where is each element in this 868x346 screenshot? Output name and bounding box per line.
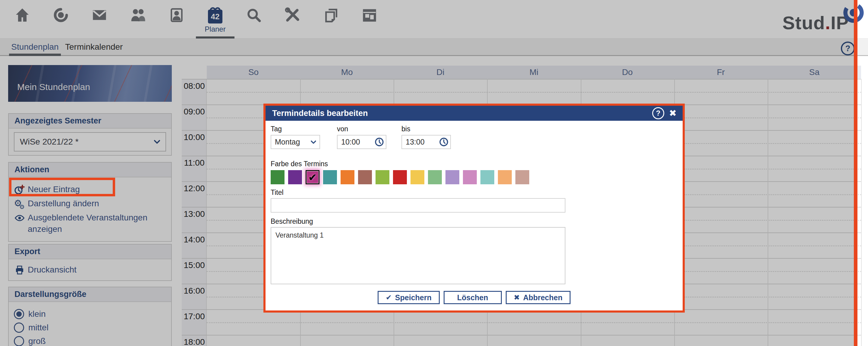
von-label: von [337,125,386,133]
color-swatch-11[interactable] [463,170,477,184]
dialog-title-bar: Termindetails bearbeiten ? ✖ [266,106,683,121]
button-label: Speichern [395,293,432,302]
selected-check-icon: ✔ [308,171,317,183]
color-swatch-4[interactable] [341,170,354,184]
color-swatch-10[interactable] [445,170,459,184]
color-swatch-5[interactable] [358,170,372,184]
dialog-close-icon[interactable]: ✖ [669,109,677,118]
chevron-down-icon [310,139,317,146]
loeschen-button[interactable]: Löschen [444,291,502,304]
termindetails-dialog: Termindetails bearbeiten ? ✖ Tag Montag … [264,104,685,313]
color-swatch-14[interactable] [516,170,529,184]
studip-page: 42 Planer [0,0,868,346]
tag-label: Tag [271,125,320,133]
color-swatch-9[interactable] [428,170,442,184]
color-swatch-2[interactable]: ✔ [306,170,319,184]
column-border [861,79,862,346]
titel-input[interactable] [271,198,565,213]
color-swatch-13[interactable] [498,170,512,184]
speichern-button[interactable]: ✔ Speichern [378,291,440,304]
dialog-button-row: ✔ Speichern Löschen ✖ Abbrechen [271,291,678,304]
clock-icon[interactable] [375,137,384,147]
check-icon: ✔ [386,293,392,302]
button-label: Abbrechen [523,293,563,302]
color-swatch-row: ✔ [271,170,678,184]
beschreibung-textarea[interactable]: Veranstaltung 1 [271,227,565,284]
x-icon: ✖ [514,293,520,302]
color-swatch-12[interactable] [480,170,494,184]
color-swatch-8[interactable] [410,170,424,184]
farbe-label: Farbe des Termins [271,160,678,168]
tag-select[interactable]: Montag [271,135,320,149]
color-swatch-7[interactable] [393,170,407,184]
button-label: Löschen [457,293,488,302]
color-swatch-3[interactable] [323,170,337,184]
dialog-time-row: Tag Montag von bis [271,125,678,149]
highlight-line-right-edge [854,0,858,346]
dialog-title: Termindetails bearbeiten [272,109,652,118]
bis-label: bis [401,125,451,133]
dialog-body: Tag Montag von bis [266,121,683,304]
color-swatch-6[interactable] [375,170,390,184]
beschreibung-label: Beschreibung [271,217,678,225]
titel-label: Titel [271,188,678,196]
color-swatch-1[interactable] [288,170,302,184]
dialog-help-icon[interactable]: ? [652,107,664,119]
clock-icon[interactable] [439,137,448,147]
color-swatch-0[interactable] [271,170,284,184]
abbrechen-button[interactable]: ✖ Abbrechen [506,291,571,304]
tag-select-value: Montag [275,138,300,146]
